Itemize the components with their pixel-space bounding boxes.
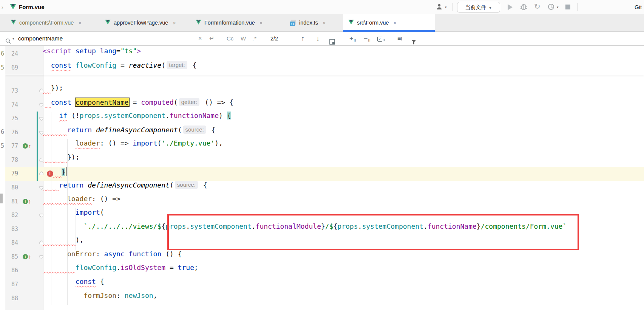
tab-index-ts[interactable]: TSindex.ts× xyxy=(285,14,343,31)
code-token: { xyxy=(188,61,197,69)
run-configuration-label: 当前文件 xyxy=(465,4,486,10)
implemented-gutter-icon[interactable]: I↑ xyxy=(23,198,34,205)
line-number[interactable]: 73 xyxy=(5,84,18,98)
line-number[interactable]: 81 xyxy=(5,195,18,209)
search-input[interactable]: componentName xyxy=(18,32,63,45)
code-token: . xyxy=(116,264,120,271)
line-number[interactable]: 75 xyxy=(5,112,18,126)
previous-match-button[interactable]: ↑ xyxy=(301,32,305,45)
code-token: . xyxy=(165,112,170,119)
tab-components-form-vue[interactable]: components\Form.vue× xyxy=(5,14,100,31)
line-number[interactable]: 86 xyxy=(5,264,18,277)
typescript-file-icon: TS xyxy=(290,20,296,26)
line-number[interactable]: 82 xyxy=(5,208,18,222)
code-token: lang xyxy=(100,47,116,55)
code-line-69[interactable]: const flowConfig = reactive(target: { xyxy=(43,61,196,75)
line-number[interactable]: 24 xyxy=(5,47,18,61)
code-token: }); xyxy=(51,84,63,92)
code-line-73[interactable]: }); xyxy=(43,84,63,98)
line-number[interactable]: 85 xyxy=(5,250,18,264)
tab-close-icon[interactable]: × xyxy=(173,20,176,26)
code-line-81[interactable]: loader: () => xyxy=(43,195,120,209)
line-number[interactable]: 76 xyxy=(5,126,18,140)
line-number[interactable]: 87 xyxy=(5,277,18,291)
code-line-86[interactable]: flowConfig.isOldSystem = true; xyxy=(43,264,198,277)
code-token xyxy=(43,195,67,203)
search-options-caret-icon[interactable]: ▾ xyxy=(12,32,14,45)
code-line-75[interactable]: if (!props.systemComponent.functionName)… xyxy=(43,112,231,126)
code-token: { xyxy=(227,112,231,119)
tab-close-icon[interactable]: × xyxy=(394,20,397,26)
code-line-85[interactable]: onError: async function () { xyxy=(43,250,182,264)
profiler-clock-icon[interactable] xyxy=(548,3,554,12)
code-line-77[interactable]: loader: () => import('./Empty.vue'), xyxy=(43,139,223,153)
run-button[interactable] xyxy=(508,4,513,10)
add-occurrence-button[interactable]: +II xyxy=(349,32,357,47)
line-number[interactable]: 77 xyxy=(5,139,18,153)
match-case-toggle[interactable]: Cc xyxy=(227,32,233,45)
code-line-87[interactable]: const { xyxy=(43,277,104,291)
left-clipped-strip: 6565 xyxy=(0,46,5,310)
tab-src-form-vue[interactable]: src\Form.vue× xyxy=(343,14,435,31)
code-token: async function xyxy=(104,250,162,258)
vue-file-icon xyxy=(348,19,354,26)
code-line-74[interactable]: const componentName = computed(getter: (… xyxy=(43,98,233,112)
code-editor[interactable]: 6565 73 });74 const componentName = comp… xyxy=(0,46,644,310)
line-number[interactable]: 80 xyxy=(5,181,18,195)
implemented-gutter-icon[interactable]: I↑ xyxy=(23,143,34,149)
code-token: (! xyxy=(67,112,80,119)
select-all-occurrences-button[interactable]: ✓II xyxy=(377,32,385,47)
code-token: setup xyxy=(76,47,100,55)
code-token: . xyxy=(100,112,104,119)
left-scrollbar-thumb[interactable] xyxy=(0,194,3,203)
code-line-80[interactable]: return defineAsyncComponent(source: { xyxy=(43,181,207,195)
code-token xyxy=(43,168,47,176)
code-token: formJson xyxy=(83,291,116,299)
line-number[interactable]: 69 xyxy=(5,61,18,75)
line-number[interactable]: 84 xyxy=(5,236,18,250)
code-line-88[interactable]: formJson: newJson, xyxy=(43,291,157,305)
tab-approveflowpage-vue[interactable]: approveFlowPage.vue× xyxy=(100,14,190,31)
profiler-caret-icon[interactable]: ▾ xyxy=(557,5,559,9)
code-line-84[interactable]: ), xyxy=(43,236,83,250)
line-number[interactable]: 88 xyxy=(5,291,18,305)
code-token: ( xyxy=(170,181,174,189)
title-bar: › Form.vue ▾ 当前文件▼ ↻ ▾ Git xyxy=(0,0,644,14)
filter-search-lines-button[interactable]: ≡I xyxy=(397,32,402,46)
whole-words-toggle[interactable]: W xyxy=(241,32,246,45)
line-number[interactable]: 74 xyxy=(5,98,18,112)
clear-search-icon[interactable]: × xyxy=(198,32,202,45)
rerun-icon[interactable]: ↻ xyxy=(534,2,541,11)
code-line-79[interactable]: ! } xyxy=(43,167,66,181)
tab-forminformation-vue[interactable]: FormInformation.vue× xyxy=(190,14,285,31)
code-token: ) xyxy=(219,112,227,119)
tab-close-icon[interactable]: × xyxy=(323,20,326,26)
next-match-button[interactable]: ↓ xyxy=(316,32,320,45)
stop-button[interactable] xyxy=(565,5,570,9)
code-line-78[interactable]: }); xyxy=(43,153,80,167)
user-dropdown-caret-icon[interactable]: ▾ xyxy=(445,5,447,9)
code-token: newJson xyxy=(125,291,153,299)
code-line-76[interactable]: return defineAsyncComponent(source: { xyxy=(43,126,215,140)
regex-toggle[interactable]: .* xyxy=(252,32,257,45)
vcs-change-marker[interactable] xyxy=(37,112,38,181)
run-configuration-select[interactable]: 当前文件▼ xyxy=(457,2,500,12)
code-token: ; xyxy=(194,264,198,271)
line-number[interactable]: 79 xyxy=(5,167,18,181)
run-config-caret-icon: ▼ xyxy=(489,6,492,10)
user-icon[interactable] xyxy=(436,3,443,11)
code-line-82[interactable]: import( xyxy=(43,208,104,222)
code-token xyxy=(43,84,51,92)
line-number[interactable]: 83 xyxy=(5,222,18,236)
tab-close-icon[interactable]: × xyxy=(78,20,82,26)
implemented-gutter-icon[interactable]: I↑ xyxy=(23,253,34,260)
tab-close-icon[interactable]: × xyxy=(259,20,263,26)
code-token xyxy=(43,264,76,271)
debug-button[interactable] xyxy=(520,3,527,12)
code-line-24[interactable]: <script setup lang="ts"> xyxy=(43,47,141,61)
remove-occurrence-button[interactable]: −II xyxy=(364,32,371,47)
code-token: { xyxy=(199,181,207,189)
git-menu[interactable]: Git xyxy=(635,0,642,14)
line-number[interactable]: 78 xyxy=(5,153,18,167)
newline-icon[interactable]: ↵ xyxy=(209,32,214,45)
